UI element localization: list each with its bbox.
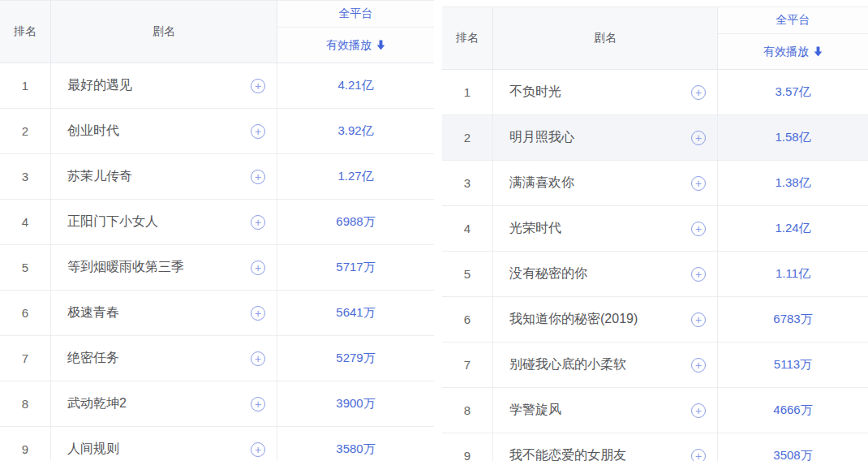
table-row[interactable]: 7 别碰我心底的小柔软 + 5113万 xyxy=(442,343,868,388)
playback-value: 5717万 xyxy=(277,245,434,290)
title-cell: 我知道你的秘密(2019) + xyxy=(493,297,718,342)
drama-title: 极速青春 xyxy=(67,304,251,321)
rank-cell: 4 xyxy=(442,206,493,251)
rank-cell: 6 xyxy=(0,291,51,335)
expand-plus-icon[interactable]: + xyxy=(691,267,706,282)
playback-value: 1.24亿 xyxy=(718,206,868,251)
sort-desc-icon xyxy=(376,40,385,50)
expand-plus-icon[interactable]: + xyxy=(251,306,265,321)
drama-title: 别碰我心底的小柔软 xyxy=(509,356,691,373)
table-row[interactable]: 3 满满喜欢你 + 1.38亿 xyxy=(442,161,868,206)
table-row[interactable]: 2 创业时代 + 3.92亿 xyxy=(0,109,434,154)
rank-cell: 9 xyxy=(442,433,493,461)
table-header: 排名 剧名 全平台 有效播放 xyxy=(0,0,434,63)
title-column-header: 剧名 xyxy=(493,7,718,69)
rank-cell: 3 xyxy=(442,161,493,205)
table-row[interactable]: 4 光荣时代 + 1.24亿 xyxy=(442,206,868,252)
rank-cell: 2 xyxy=(0,109,51,153)
expand-plus-icon[interactable]: + xyxy=(691,222,706,236)
playback-value: 5641万 xyxy=(277,291,434,335)
title-cell: 苏茉儿传奇 + xyxy=(51,154,277,199)
drama-title: 没有秘密的你 xyxy=(509,265,691,282)
playback-value: 1.38亿 xyxy=(718,161,868,205)
table-row[interactable]: 5 没有秘密的你 + 1.11亿 xyxy=(442,252,868,297)
table-row[interactable]: 1 最好的遇见 + 4.21亿 xyxy=(0,63,434,109)
title-cell: 人间规则 + xyxy=(51,427,277,461)
table-row[interactable]: 3 苏茉儿传奇 + 1.27亿 xyxy=(0,154,434,200)
expand-plus-icon[interactable]: + xyxy=(251,170,265,184)
rank-cell: 8 xyxy=(0,381,51,426)
playback-value: 1.58亿 xyxy=(718,115,868,160)
playback-value: 3580万 xyxy=(277,427,434,461)
drama-title: 不负时光 xyxy=(509,84,691,101)
value-column-header: 全平台 有效播放 xyxy=(718,7,868,69)
rank-cell: 6 xyxy=(442,297,493,342)
title-cell: 等到烟暖雨收第三季 + xyxy=(51,245,277,290)
table-row[interactable]: 2 明月照我心 + 1.58亿 xyxy=(442,115,868,161)
playback-value: 5113万 xyxy=(718,343,868,387)
playback-value: 3508万 xyxy=(718,433,868,461)
expand-plus-icon[interactable]: + xyxy=(251,79,265,93)
table-row[interactable]: 4 正阳门下小女人 + 6988万 xyxy=(0,200,434,245)
expand-plus-icon[interactable]: + xyxy=(251,261,265,275)
sort-desc-icon xyxy=(814,46,823,57)
rank-cell: 7 xyxy=(0,336,51,381)
drama-title: 绝密任务 xyxy=(67,350,251,367)
title-cell: 最好的遇见 + xyxy=(51,63,277,108)
metric-label: 有效播放 xyxy=(326,38,372,53)
title-cell: 学警旋风 + xyxy=(493,388,718,433)
rank-cell: 5 xyxy=(0,245,51,290)
expand-plus-icon[interactable]: + xyxy=(691,403,706,418)
title-cell: 明月照我心 + xyxy=(493,115,718,160)
expand-plus-icon[interactable]: + xyxy=(691,176,706,191)
expand-plus-icon[interactable]: + xyxy=(251,215,265,230)
metric-label: 有效播放 xyxy=(763,45,809,59)
drama-title: 正阳门下小女人 xyxy=(67,213,251,230)
expand-plus-icon[interactable]: + xyxy=(691,85,706,100)
table-row[interactable]: 5 等到烟暖雨收第三季 + 5717万 xyxy=(0,245,434,291)
title-cell: 光荣时代 + xyxy=(493,206,718,251)
rank-cell: 5 xyxy=(442,252,493,296)
playback-value: 1.11亿 xyxy=(718,252,868,296)
title-cell: 满满喜欢你 + xyxy=(493,161,718,205)
expand-plus-icon[interactable]: + xyxy=(691,312,706,327)
table-body: 1 不负时光 + 3.57亿 2 明月照我心 + 1.58亿 3 满满喜欢你 +… xyxy=(442,70,868,461)
title-cell: 极速青春 + xyxy=(51,291,277,335)
playback-value: 5279万 xyxy=(277,336,434,381)
rank-cell: 3 xyxy=(0,154,51,199)
table-row[interactable]: 8 学警旋风 + 4666万 xyxy=(442,388,868,433)
value-column-header: 全平台 有效播放 xyxy=(277,1,434,62)
playback-value: 6988万 xyxy=(277,200,434,244)
drama-title: 人间规则 xyxy=(67,441,251,458)
rank-cell: 8 xyxy=(442,388,493,433)
drama-title: 武动乾坤2 xyxy=(67,395,251,412)
drama-title: 光荣时代 xyxy=(509,220,691,237)
expand-plus-icon[interactable]: + xyxy=(251,397,265,411)
table-row[interactable]: 6 我知道你的秘密(2019) + 6783万 xyxy=(442,297,868,343)
table-row[interactable]: 8 武动乾坤2 + 3900万 xyxy=(0,381,434,427)
title-cell: 没有秘密的你 + xyxy=(493,252,718,296)
metric-sort-header[interactable]: 有效播放 xyxy=(718,34,868,69)
metric-sort-header[interactable]: 有效播放 xyxy=(277,28,434,62)
table-row[interactable]: 6 极速青春 + 5641万 xyxy=(0,291,434,336)
platform-group-header: 全平台 xyxy=(277,1,434,28)
title-cell: 不负时光 + xyxy=(493,70,718,114)
ranking-dashboard: 排名 剧名 全平台 有效播放 1 最好的遇见 + 4.21亿 xyxy=(0,0,868,461)
table-row[interactable]: 9 我不能恋爱的女朋友 + 3508万 xyxy=(442,433,868,461)
rank-cell: 7 xyxy=(442,343,493,387)
playback-value: 3900万 xyxy=(277,381,434,426)
drama-title: 创业时代 xyxy=(67,123,251,140)
expand-plus-icon[interactable]: + xyxy=(691,449,706,461)
playback-value: 1.27亿 xyxy=(277,154,434,199)
playback-value: 3.92亿 xyxy=(277,109,434,153)
rank-cell: 4 xyxy=(0,200,51,244)
expand-plus-icon[interactable]: + xyxy=(251,351,265,366)
expand-plus-icon[interactable]: + xyxy=(251,124,265,139)
expand-plus-icon[interactable]: + xyxy=(251,442,265,457)
expand-plus-icon[interactable]: + xyxy=(691,131,706,145)
table-row[interactable]: 7 绝密任务 + 5279万 xyxy=(0,336,434,381)
table-row[interactable]: 9 人间规则 + 3580万 xyxy=(0,427,434,461)
drama-title: 我知道你的秘密(2019) xyxy=(509,311,691,328)
expand-plus-icon[interactable]: + xyxy=(691,358,706,373)
table-row[interactable]: 1 不负时光 + 3.57亿 xyxy=(442,70,868,115)
